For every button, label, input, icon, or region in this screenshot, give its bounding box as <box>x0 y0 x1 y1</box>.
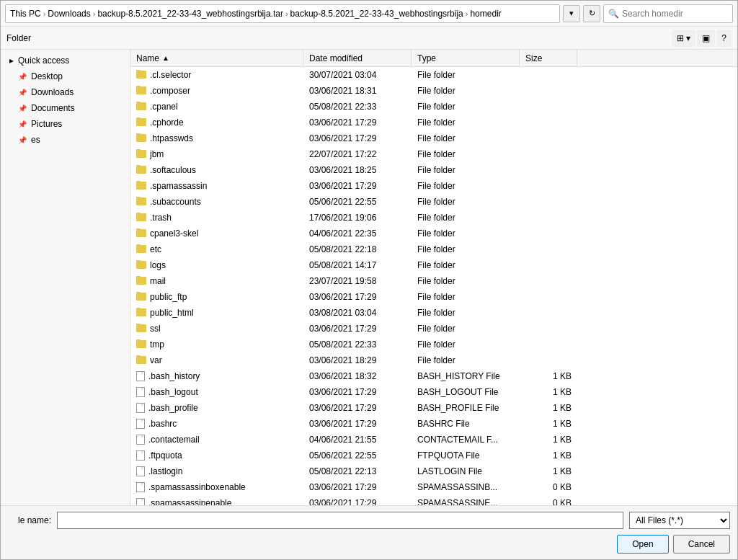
folder-icon <box>136 324 146 332</box>
column-header-size[interactable]: Size <box>520 50 577 67</box>
file-name: mail <box>150 276 166 286</box>
view-options-button[interactable]: ⊞ ▾ <box>672 30 695 47</box>
folder-icon <box>136 197 146 205</box>
sidebar-item-quickaccess[interactable]: ▸ Quick access <box>1 53 130 68</box>
file-name: var <box>150 355 162 365</box>
file-date-cell: 03/06/2021 17:29 <box>303 498 412 506</box>
file-name-cell: mail <box>130 276 303 286</box>
table-row[interactable]: var 03/06/2021 18:29 File folder <box>130 352 737 368</box>
pin-icon: 📌 <box>18 136 27 144</box>
breadcrumb-backup[interactable]: backup-8.5.2021_22-33-43_webhostingsrbij… <box>290 9 463 19</box>
sidebar-item-documents[interactable]: 📌 Documents <box>1 100 130 116</box>
file-size-cell: 0 KB <box>520 498 577 506</box>
toolbar-folder-label: Folder <box>6 33 31 43</box>
table-row[interactable]: .lastlogin 05/08/2021 22:13 LASTLOGIN Fi… <box>130 463 737 479</box>
table-row[interactable]: .spamassassinenable 03/06/2021 17:29 SPA… <box>130 495 737 505</box>
chevron-right-icon: ▸ <box>9 55 14 66</box>
cancel-button[interactable]: Cancel <box>673 535 730 554</box>
file-name: .contactemail <box>148 435 200 445</box>
table-row[interactable]: .bash_history 03/06/2021 18:32 BASH_HIST… <box>130 368 737 384</box>
file-name-cell: .cl.selector <box>130 70 303 80</box>
file-type-cell: File folder <box>412 117 520 128</box>
table-row[interactable]: .bash_logout 03/06/2021 17:29 BASH_LOGOU… <box>130 384 737 400</box>
breadcrumb-homedir[interactable]: homedir <box>470 9 501 19</box>
breadcrumb-downloads[interactable]: Downloads <box>48 9 90 19</box>
file-date-cell: 22/07/2021 17:22 <box>303 149 412 159</box>
table-row[interactable]: mail 23/07/2021 19:58 File folder <box>130 273 737 289</box>
open-button[interactable]: Open <box>617 535 668 554</box>
table-row[interactable]: .subaccounts 05/06/2021 22:55 File folde… <box>130 194 737 210</box>
file-date-cell: 23/07/2021 19:58 <box>303 276 412 286</box>
column-header-date[interactable]: Date modified <box>303 50 412 67</box>
file-name-cell: .spamassassinenable <box>130 498 303 506</box>
table-row[interactable]: .htpasswds 03/06/2021 17:29 File folder <box>130 130 737 146</box>
file-type-cell: LASTLOGIN File <box>412 466 520 476</box>
sidebar-item-desktop[interactable]: 📌 Desktop <box>1 68 130 84</box>
file-type-cell: File folder <box>412 308 520 318</box>
sidebar-documents-label: Documents <box>31 103 75 113</box>
breadcrumb-tar[interactable]: backup-8.5.2021_22-33-43_webhostingsrbij… <box>97 9 283 19</box>
file-list[interactable]: .cl.selector 30/07/2021 03:04 File folde… <box>130 67 737 505</box>
table-row[interactable]: logs 05/08/2021 14:17 File folder <box>130 257 737 273</box>
table-row[interactable]: tmp 05/08/2021 22:33 File folder <box>130 337 737 352</box>
file-date-cell: 03/06/2021 18:25 <box>303 165 412 175</box>
table-row[interactable]: .spamassassin 03/06/2021 17:29 File fold… <box>130 178 737 194</box>
table-row[interactable]: public_ftp 03/06/2021 17:29 File folder <box>130 289 737 305</box>
search-input[interactable] <box>622 9 723 19</box>
breadcrumb[interactable]: This PC › Downloads › backup-8.5.2021_22… <box>5 4 560 23</box>
table-row[interactable]: .ftpquota 05/06/2021 22:55 FTPQUOTA File… <box>130 448 737 463</box>
file-type-cell: File folder <box>412 355 520 365</box>
table-row[interactable]: .composer 03/06/2021 18:31 File folder <box>130 83 737 99</box>
table-row[interactable]: cpanel3-skel 04/06/2021 22:35 File folde… <box>130 226 737 241</box>
table-row[interactable]: .bashrc 03/06/2021 17:29 BASHRC File 1 K… <box>130 416 737 432</box>
refresh-button[interactable]: ↻ <box>583 5 600 22</box>
filename-input[interactable] <box>57 512 623 529</box>
file-name: ssl <box>150 324 161 334</box>
table-row[interactable]: ssl 03/06/2021 17:29 File folder <box>130 321 737 337</box>
file-date-cell: 03/06/2021 18:29 <box>303 355 412 365</box>
folder-icon <box>136 118 146 126</box>
file-icon <box>136 387 145 397</box>
table-row[interactable]: jbm 22/07/2021 17:22 File folder <box>130 146 737 162</box>
table-row[interactable]: public_html 03/08/2021 03:04 File folder <box>130 305 737 321</box>
file-name-cell: .cpanel <box>130 102 303 112</box>
file-name: .bash_profile <box>148 403 198 413</box>
pin-icon: 📌 <box>18 89 27 97</box>
folder-icon <box>136 277 146 285</box>
column-header-type[interactable]: Type <box>412 50 520 67</box>
sidebar-item-es[interactable]: 📌 es <box>1 132 130 148</box>
file-name-cell: .softaculous <box>130 165 303 175</box>
file-type-cell: File folder <box>412 339 520 350</box>
sidebar-item-downloads[interactable]: 📌 Downloads <box>1 84 130 100</box>
table-row[interactable]: etc 05/08/2021 22:18 File folder <box>130 241 737 257</box>
sidebar-desktop-label: Desktop <box>31 71 63 81</box>
file-name-cell: .bashrc <box>130 419 303 429</box>
file-name: etc <box>150 244 161 254</box>
table-row[interactable]: .cphorde 03/06/2021 17:29 File folder <box>130 115 737 130</box>
dropdown-arrow-button[interactable]: ▾ <box>563 5 580 22</box>
table-row[interactable]: .bash_profile 03/06/2021 17:29 BASH_PROF… <box>130 400 737 416</box>
file-date-cell: 03/06/2021 17:29 <box>303 133 412 143</box>
file-name-cell: logs <box>130 260 303 270</box>
file-name: .bash_logout <box>148 387 198 397</box>
table-row[interactable]: .spamassassinboxenable 03/06/2021 17:29 … <box>130 479 737 495</box>
filename-label: le name: <box>8 515 51 525</box>
breadcrumb-thispc[interactable]: This PC <box>10 9 41 19</box>
file-name-cell: .lastlogin <box>130 466 303 476</box>
file-date-cell: 05/08/2021 22:33 <box>303 339 412 350</box>
filetype-select[interactable]: All Files (*.*) <box>629 512 730 529</box>
table-row[interactable]: .softaculous 03/06/2021 18:25 File folde… <box>130 162 737 178</box>
file-type-cell: File folder <box>412 228 520 239</box>
preview-pane-button[interactable]: ▣ <box>697 30 715 47</box>
table-row[interactable]: .trash 17/06/2021 19:06 File folder <box>130 210 737 226</box>
table-row[interactable]: .cl.selector 30/07/2021 03:04 File folde… <box>130 67 737 83</box>
sidebar-quickaccess-label: Quick access <box>18 55 69 66</box>
table-row[interactable]: .cpanel 05/08/2021 22:33 File folder <box>130 99 737 115</box>
column-header-name[interactable]: Name ▲ <box>130 50 303 67</box>
file-name: .subaccounts <box>150 197 201 207</box>
help-button[interactable]: ? <box>716 30 732 47</box>
file-name: .spamassassin <box>150 181 207 191</box>
table-row[interactable]: .contactemail 04/06/2021 21:55 CONTACTEM… <box>130 432 737 448</box>
file-date-cell: 04/06/2021 22:35 <box>303 228 412 239</box>
sidebar-item-pictures[interactable]: 📌 Pictures <box>1 116 130 132</box>
